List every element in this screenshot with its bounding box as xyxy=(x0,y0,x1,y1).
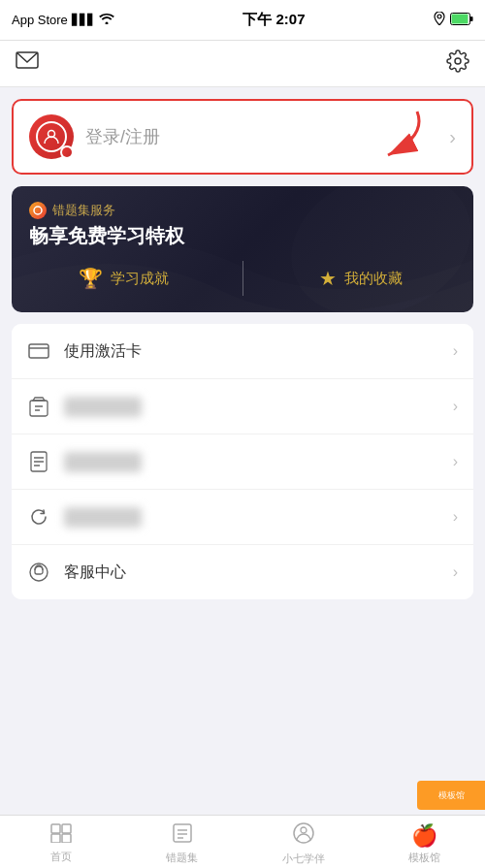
battery-icon xyxy=(450,12,473,29)
chevron-refresh: › xyxy=(453,508,458,526)
menu-label-order-blurred: 我的订单 xyxy=(64,397,142,417)
tab-mistakes-label: 错题集 xyxy=(166,851,198,865)
svg-rect-12 xyxy=(30,401,48,416)
login-left: 登录/注册 xyxy=(29,114,160,159)
service-icon xyxy=(27,561,50,584)
notes-icon xyxy=(27,450,50,473)
banner-card: 错题集服务 畅享免费学习特权 🏆 学习成就 ★ 我的收藏 xyxy=(12,186,473,312)
wifi-icon xyxy=(99,13,114,27)
tab-home[interactable]: 首页 xyxy=(0,820,121,864)
main-content: 登录/注册 › 错题集服务 xyxy=(0,87,485,815)
svg-rect-2 xyxy=(470,16,473,21)
login-section[interactable]: 登录/注册 › xyxy=(12,99,473,175)
svg-rect-23 xyxy=(62,834,71,843)
tab-mistakes[interactable]: 错题集 xyxy=(121,819,242,865)
banner-subtitle: 畅享免费学习特权 xyxy=(29,223,456,249)
status-left: App Store ▋▋▋ xyxy=(12,13,114,27)
menu-item-service[interactable]: 客服中心 › xyxy=(12,545,473,599)
svg-rect-3 xyxy=(452,14,469,23)
menu-label-activate-card: 使用激活卡 xyxy=(64,341,142,362)
settings-icon[interactable] xyxy=(446,49,469,79)
chevron-activate-card: › xyxy=(453,342,458,360)
svg-point-5 xyxy=(455,58,461,64)
watermark: 模板馆 xyxy=(417,781,485,810)
tab-template-label: 模板馆 xyxy=(408,851,440,865)
menu-label-service: 客服中心 xyxy=(64,563,126,583)
menu-label-refresh-blurred: 刷新缓存 xyxy=(64,507,142,528)
order-icon xyxy=(27,395,50,418)
tab-template-icon: 🍎 xyxy=(411,823,437,849)
chevron-order: › xyxy=(453,398,458,415)
tab-mistakes-icon xyxy=(172,822,193,849)
login-text: 登录/注册 xyxy=(85,125,160,148)
status-bar: App Store ▋▋▋ 下午 2:07 xyxy=(0,0,485,41)
carrier-text: App Store xyxy=(12,13,68,27)
message-icon[interactable] xyxy=(16,51,39,77)
menu-item-order[interactable]: 我的订单 › xyxy=(12,379,473,434)
svg-point-9 xyxy=(34,207,42,214)
menu-label-notes-blurred: 学习笔记 xyxy=(64,452,142,472)
svg-point-29 xyxy=(301,827,307,833)
tab-home-label: 首页 xyxy=(50,850,72,864)
banner-icon xyxy=(29,202,47,219)
tab-bar: 首页 错题集 小七学伴 🍎 模板馆 xyxy=(0,815,485,868)
banner-service-label: 错题集服务 xyxy=(52,202,115,219)
banner-title-row: 错题集服务 xyxy=(29,202,456,219)
tab-partner[interactable]: 小七学伴 xyxy=(242,818,364,866)
chevron-notes: › xyxy=(453,453,458,470)
chevron-service: › xyxy=(453,563,458,581)
refresh-icon xyxy=(27,505,50,529)
login-chevron: › xyxy=(449,126,456,148)
banner-content: 错题集服务 畅享免费学习特权 xyxy=(12,186,473,249)
tab-partner-label: 小七学伴 xyxy=(282,852,325,866)
status-time: 下午 2:07 xyxy=(242,11,305,29)
svg-rect-21 xyxy=(62,824,71,833)
svg-rect-10 xyxy=(29,344,48,358)
login-avatar xyxy=(29,114,74,159)
location-icon xyxy=(434,12,445,29)
svg-point-0 xyxy=(437,15,441,18)
menu-item-refresh[interactable]: 刷新缓存 › xyxy=(12,490,473,545)
signal-icon: ▋▋▋ xyxy=(72,14,95,26)
menu-item-activate-card[interactable]: 使用激活卡 › xyxy=(12,324,473,379)
menu-item-notes[interactable]: 学习笔记 › xyxy=(12,434,473,490)
tab-partner-icon xyxy=(292,821,315,850)
tab-template[interactable]: 🍎 模板馆 xyxy=(364,820,485,865)
tab-home-icon xyxy=(50,823,72,848)
top-nav xyxy=(0,41,485,87)
menu-section: 使用激活卡 › 我的订单 › 学习笔记 › xyxy=(12,324,473,599)
svg-rect-22 xyxy=(51,834,60,843)
svg-rect-24 xyxy=(174,824,191,842)
status-right xyxy=(434,12,473,29)
activate-card-icon xyxy=(27,339,50,363)
svg-rect-20 xyxy=(51,824,60,833)
